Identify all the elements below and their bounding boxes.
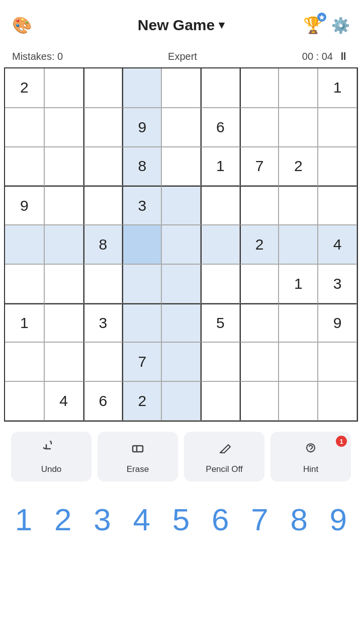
cell[interactable] xyxy=(240,108,279,147)
cell[interactable]: 2 xyxy=(240,225,279,264)
cell[interactable] xyxy=(83,264,123,303)
cell[interactable]: 1 xyxy=(279,264,318,303)
cell[interactable] xyxy=(161,381,201,421)
cell[interactable]: 8 xyxy=(83,225,123,264)
undo-button[interactable]: Undo xyxy=(11,432,92,481)
cell[interactable]: 4 xyxy=(318,225,357,264)
cell[interactable]: 3 xyxy=(83,303,123,343)
cell[interactable] xyxy=(279,108,318,147)
cell[interactable]: 1 xyxy=(201,147,240,186)
cell[interactable]: 9 xyxy=(318,303,357,343)
cell[interactable] xyxy=(44,303,83,343)
cell[interactable] xyxy=(279,68,318,108)
cell[interactable] xyxy=(279,303,318,343)
cell[interactable] xyxy=(44,264,83,303)
cell[interactable] xyxy=(240,68,279,108)
cell[interactable] xyxy=(122,264,161,303)
cell[interactable] xyxy=(5,147,44,186)
cell[interactable] xyxy=(161,108,201,147)
cell[interactable] xyxy=(201,186,240,225)
cell[interactable] xyxy=(122,225,161,264)
cell[interactable] xyxy=(161,147,201,186)
pause-icon[interactable]: ⏸ xyxy=(338,50,350,63)
cell[interactable] xyxy=(5,108,44,147)
cell[interactable]: 3 xyxy=(122,186,161,225)
cell[interactable]: 2 xyxy=(122,381,161,421)
numpad-4[interactable]: 4 xyxy=(131,504,152,535)
cell[interactable] xyxy=(44,342,83,381)
cell[interactable] xyxy=(5,381,44,421)
numpad-8[interactable]: 8 xyxy=(288,504,309,535)
cell[interactable]: 2 xyxy=(5,68,44,108)
pencil-button[interactable]: Pencil Off xyxy=(184,432,264,481)
cell[interactable] xyxy=(201,68,240,108)
cell[interactable] xyxy=(83,186,123,225)
cell[interactable] xyxy=(240,303,279,343)
cell[interactable]: 4 xyxy=(44,381,83,421)
cell[interactable] xyxy=(161,186,201,225)
numpad-6[interactable]: 6 xyxy=(210,504,231,535)
header-center[interactable]: New Game ▾ xyxy=(138,17,224,34)
numpad-9[interactable]: 9 xyxy=(328,504,349,535)
cell[interactable] xyxy=(201,264,240,303)
cell[interactable]: 2 xyxy=(279,147,318,186)
numpad-5[interactable]: 5 xyxy=(170,504,192,535)
cell[interactable]: 1 xyxy=(5,303,44,343)
numpad-1[interactable]: 1 xyxy=(13,504,34,535)
cell[interactable] xyxy=(44,225,83,264)
cell[interactable] xyxy=(161,264,201,303)
cell[interactable] xyxy=(44,68,83,108)
cell[interactable]: 6 xyxy=(201,108,240,147)
cell[interactable] xyxy=(318,108,357,147)
cell[interactable] xyxy=(318,381,357,421)
cell[interactable] xyxy=(240,342,279,381)
cell[interactable] xyxy=(44,108,83,147)
numpad-2[interactable]: 2 xyxy=(52,504,73,535)
cell[interactable] xyxy=(83,342,123,381)
cell[interactable]: 9 xyxy=(122,108,161,147)
numpad-7[interactable]: 7 xyxy=(249,504,270,535)
cell[interactable] xyxy=(83,108,123,147)
cell[interactable]: 9 xyxy=(5,186,44,225)
cell[interactable]: 7 xyxy=(240,147,279,186)
hint-button[interactable]: 1 Hint xyxy=(270,432,351,481)
cell[interactable] xyxy=(240,186,279,225)
cell[interactable] xyxy=(5,225,44,264)
cell[interactable] xyxy=(279,186,318,225)
cell[interactable]: 7 xyxy=(122,342,161,381)
cell[interactable] xyxy=(318,186,357,225)
trophy-wrap[interactable]: 🏆 xyxy=(303,16,323,35)
cell[interactable] xyxy=(279,342,318,381)
cell[interactable]: 5 xyxy=(201,303,240,343)
gear-icon[interactable]: ⚙️ xyxy=(331,17,350,34)
erase-button[interactable]: Erase xyxy=(98,432,178,481)
cell[interactable] xyxy=(122,68,161,108)
cell[interactable] xyxy=(5,264,44,303)
cell[interactable] xyxy=(201,342,240,381)
cell[interactable] xyxy=(318,342,357,381)
cell[interactable] xyxy=(44,147,83,186)
cell[interactable] xyxy=(161,68,201,108)
cell[interactable] xyxy=(201,381,240,421)
cell[interactable] xyxy=(240,381,279,421)
cell[interactable] xyxy=(5,342,44,381)
cell[interactable] xyxy=(279,225,318,264)
cell[interactable] xyxy=(83,68,123,108)
numpad-3[interactable]: 3 xyxy=(92,504,113,535)
chevron-down-icon[interactable]: ▾ xyxy=(219,19,224,32)
cell[interactable]: 8 xyxy=(122,147,161,186)
cell[interactable] xyxy=(161,342,201,381)
cell[interactable] xyxy=(161,303,201,343)
cell[interactable] xyxy=(83,147,123,186)
cell[interactable]: 6 xyxy=(83,381,123,421)
cell[interactable]: 1 xyxy=(318,68,357,108)
cell[interactable] xyxy=(44,186,83,225)
cell[interactable]: 3 xyxy=(318,264,357,303)
cell[interactable] xyxy=(201,225,240,264)
cell[interactable] xyxy=(122,303,161,343)
cell[interactable] xyxy=(161,225,201,264)
cell[interactable] xyxy=(240,264,279,303)
cell[interactable] xyxy=(318,147,357,186)
cell[interactable] xyxy=(279,381,318,421)
palette-icon[interactable]: 🎨 xyxy=(12,16,32,35)
